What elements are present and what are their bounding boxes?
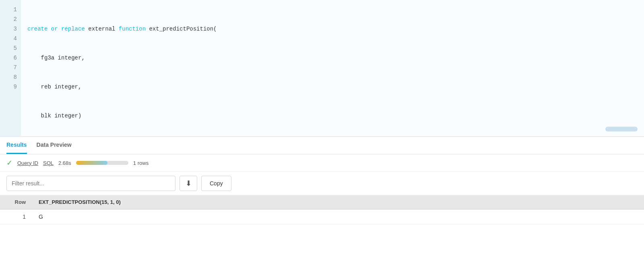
results-section: Results Data Preview ✓ Query ID SQL 2.68… [0, 137, 644, 265]
line-num-8: 8 [4, 72, 17, 82]
download-icon: ⬇ [186, 179, 192, 188]
filter-input[interactable] [6, 176, 175, 191]
code-line-1: create or replace external function ext_… [27, 24, 638, 34]
code-line-4: blk integer) [27, 111, 638, 121]
progress-bar-fill [76, 161, 107, 165]
code-editor: 1 2 3 4 5 6 7 8 9 create or replace exte… [0, 0, 644, 137]
rows-count: 1 rows [133, 160, 149, 166]
tab-results[interactable]: Results [6, 142, 27, 154]
line-num-5: 5 [4, 43, 17, 53]
download-button[interactable]: ⬇ [180, 176, 197, 191]
code-line-2: fg3a integer, [27, 53, 638, 63]
results-tabs: Results Data Preview [0, 137, 644, 154]
tab-data-preview[interactable]: Data Preview [37, 142, 72, 154]
progress-bar [76, 161, 128, 165]
cell-result-value: G [32, 210, 644, 224]
query-time: 2.68s [58, 160, 71, 166]
line-num-2: 2 [4, 14, 17, 24]
query-id-link[interactable]: Query ID [17, 160, 38, 166]
copy-button[interactable]: Copy [201, 176, 231, 191]
results-table: Row EXT_PREDICTPOSITION(15, 1, 0) 1 G [0, 195, 644, 224]
query-info-bar: ✓ Query ID SQL 2.68s 1 rows [0, 154, 644, 172]
col-header-result: EXT_PREDICTPOSITION(15, 1, 0) [32, 195, 644, 210]
col-header-row: Row [0, 195, 32, 210]
line-num-9: 9 [4, 82, 17, 92]
table-header-row: Row EXT_PREDICTPOSITION(15, 1, 0) [0, 195, 644, 210]
code-line-3: reb integer, [27, 82, 638, 92]
line-num-7: 7 [4, 63, 17, 72]
line-num-4: 4 [4, 34, 17, 43]
cell-row-num: 1 [0, 210, 32, 224]
line-numbers: 1 2 3 4 5 6 7 8 9 [0, 0, 21, 136]
code-content[interactable]: create or replace external function ext_… [21, 0, 644, 136]
results-table-wrapper: Row EXT_PREDICTPOSITION(15, 1, 0) 1 G [0, 195, 644, 265]
table-row: 1 G [0, 210, 644, 224]
line-num-3: 3 [4, 24, 17, 34]
filter-bar: ⬇ Copy [0, 172, 644, 195]
success-icon: ✓ [6, 158, 12, 167]
horizontal-scrollbar[interactable] [605, 127, 638, 131]
line-num-1: 1 [4, 5, 17, 14]
sql-link[interactable]: SQL [43, 160, 54, 166]
line-num-6: 6 [4, 53, 17, 63]
